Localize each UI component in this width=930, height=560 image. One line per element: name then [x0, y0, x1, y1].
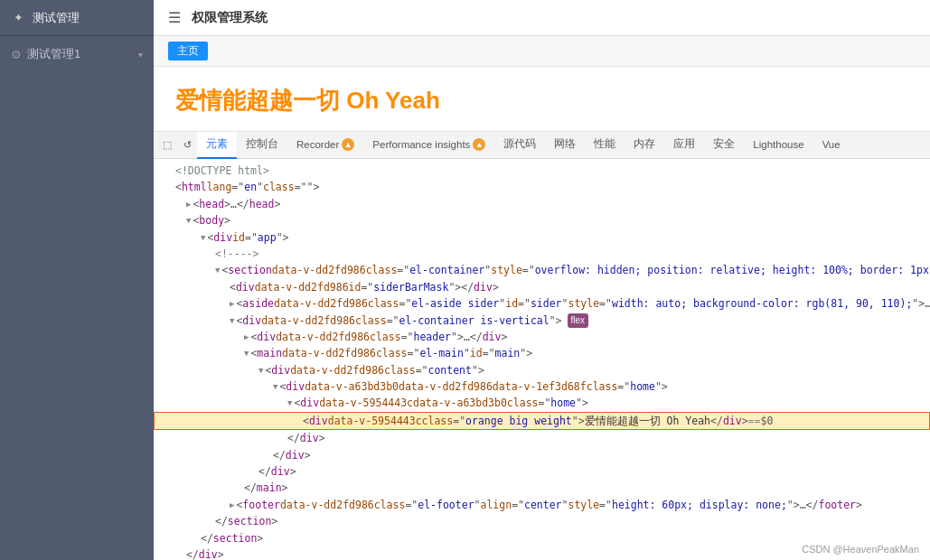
app-content-preview: 爱情能超越一切 Oh Yeah: [154, 67, 930, 132]
sidebar-header: ✦ 测试管理: [0, 0, 154, 36]
source-line-17: </div>: [154, 430, 930, 446]
source-line-4: ▼ <body>: [154, 212, 930, 229]
source-line-20: </main>: [154, 480, 930, 496]
sidebar-title: 测试管理: [33, 10, 80, 26]
tab-recorder[interactable]: Recorder ▲: [287, 132, 363, 159]
tab-sources[interactable]: 源代码: [494, 132, 545, 159]
tab-application[interactable]: 应用: [664, 132, 704, 159]
source-line-16-highlighted[interactable]: <div data-v-5954443c class="orange big w…: [154, 412, 930, 430]
source-line-7: ▼ <section data-v-dd2fd986 class="el-con…: [154, 262, 930, 278]
recorder-warning-badge: ▲: [342, 138, 354, 151]
source-line-10: ▼ <div data-v-dd2fd986 class="el-contain…: [154, 313, 930, 329]
source-line-14: ▼ <div data-v-a63bd3b0 data-v-dd2fd986 d…: [154, 378, 930, 395]
tab-security[interactable]: 安全: [704, 132, 744, 159]
tab-console[interactable]: 控制台: [237, 132, 287, 159]
source-line-2: <html lang="en" class=" ">: [154, 179, 930, 195]
source-line-15: ▼ <div data-v-5954443c data-v-a63bd3b0 c…: [154, 395, 930, 411]
gear-icon: ⚙: [11, 48, 22, 61]
sidebar: ✦ 测试管理 ⚙ 测试管理1 ▾: [0, 0, 154, 560]
source-line-3: ▶ <head>…</head>: [154, 196, 930, 212]
source-line-1: <!DOCTYPE html>: [154, 163, 930, 179]
devtools-icon-refresh[interactable]: ↺: [177, 135, 197, 155]
sidebar-item-label: 测试管理1: [27, 46, 80, 62]
devtools-tabs: ⬚ ↺ 元素 控制台 Recorder ▲ Performance insigh…: [154, 132, 930, 159]
source-line-11: ▶ <div data-v-dd2fd986 class="header">…<…: [154, 329, 930, 345]
watermark: CSDN @HeavenPeakMan: [802, 544, 919, 555]
devtools-icon-cursor[interactable]: ⬚: [157, 135, 177, 155]
source-line-19: </div>: [154, 463, 930, 480]
breadcrumb-tag[interactable]: 主页: [168, 42, 208, 61]
devtools-source-panel[interactable]: <!DOCTYPE html> <html lang="en" class=" …: [154, 159, 930, 560]
main-area: ☰ 权限管理系统 主页 爱情能超越一切 Oh Yeah ⬚ ↺ 元素 控制台: [154, 0, 930, 560]
source-line-8: <div data-v-dd2fd986 id="siderBarMask"><…: [154, 279, 930, 295]
main-title: 权限管理系统: [192, 10, 268, 26]
source-line-9: ▶ <aside data-v-dd2fd986 class="el-aside…: [154, 295, 930, 312]
tab-network[interactable]: 网络: [545, 132, 585, 159]
sidebar-item-management[interactable]: ⚙ 测试管理1 ▾: [0, 36, 154, 72]
main-header: ☰ 权限管理系统: [154, 0, 930, 36]
sidebar-logo-icon: ✦: [11, 11, 25, 25]
devtools-panel: ⬚ ↺ 元素 控制台 Recorder ▲ Performance insigh…: [154, 132, 930, 560]
source-line-18: </div>: [154, 447, 930, 463]
source-line-12: ▼ <main data-v-dd2fd986 class="el-main" …: [154, 345, 930, 361]
tab-vue[interactable]: Vue: [813, 132, 850, 159]
hamburger-icon[interactable]: ☰: [168, 9, 181, 26]
breadcrumb: 主页: [154, 36, 930, 67]
perf-insights-warning-badge: ▲: [473, 138, 485, 151]
tab-lighthouse[interactable]: Lighthouse: [744, 132, 813, 159]
source-line-13: ▼ <div data-v-dd2fd986 class="content">: [154, 362, 930, 378]
source-line-21: ▶ <footer data-v-dd2fd986 class="el-foot…: [154, 497, 930, 513]
tab-performance-insights[interactable]: Performance insights ▲: [363, 132, 494, 159]
tab-memory[interactable]: 内存: [625, 132, 664, 159]
source-line-5: ▼ <div id="app">: [154, 229, 930, 246]
tab-elements[interactable]: 元素: [197, 132, 237, 159]
app-big-text: 爱情能超越一切 Oh Yeah: [175, 85, 908, 117]
tab-performance[interactable]: 性能: [585, 132, 625, 159]
source-line-6: <!---->: [154, 246, 930, 262]
source-line-22: </section>: [154, 513, 930, 529]
chevron-down-icon: ▾: [138, 50, 143, 60]
